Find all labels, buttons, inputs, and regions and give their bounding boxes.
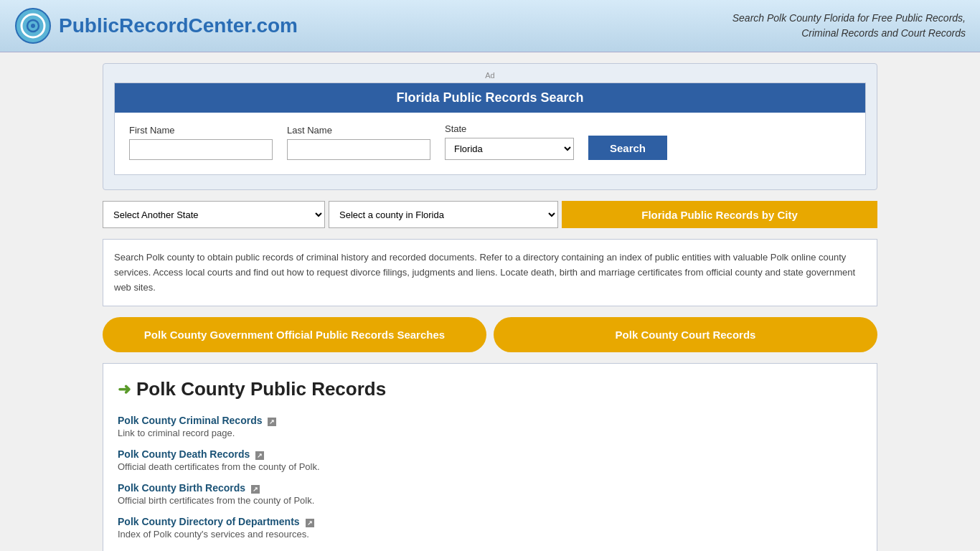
- search-form-body: First Name Last Name State Florida Searc…: [115, 113, 865, 174]
- county-dropdown[interactable]: Select a county in Florida: [329, 201, 558, 228]
- external-link-icon: ↗: [306, 519, 314, 527]
- description-text: Search Polk county to obtain public reco…: [114, 250, 866, 295]
- section-title: ➜ Polk County Public Records: [118, 378, 862, 400]
- search-form-header: Florida Public Records Search: [115, 83, 865, 113]
- records-link[interactable]: Polk County Death Records ↗: [118, 448, 264, 460]
- search-form-box: Florida Public Records Search First Name…: [114, 83, 866, 175]
- records-desc: Official birth certificates from the cou…: [118, 495, 862, 506]
- state-select-form[interactable]: Florida: [445, 138, 574, 160]
- records-desc: Index of Polk county's services and reso…: [118, 529, 862, 540]
- city-records-button[interactable]: Florida Public Records by City: [562, 201, 877, 228]
- search-button[interactable]: Search: [588, 136, 667, 160]
- site-header: PublicRecordCenter.com Search Polk Count…: [0, 0, 980, 52]
- state-group: State Florida: [445, 123, 574, 160]
- records-desc: Official death certificates from the cou…: [118, 461, 862, 472]
- ad-box: Ad Florida Public Records Search First N…: [103, 63, 877, 190]
- ad-label: Ad: [114, 71, 866, 80]
- government-records-button[interactable]: Polk County Government Official Public R…: [103, 317, 486, 352]
- list-item: Polk County Directory of Departments ↗ I…: [118, 516, 862, 540]
- list-item: Polk County Birth Records ↗ Official bir…: [118, 482, 862, 506]
- dropdowns-row: Select Another State Select a county in …: [103, 201, 877, 228]
- last-name-group: Last Name: [287, 125, 430, 160]
- records-desc: Link to criminal record page.: [118, 428, 862, 438]
- action-buttons: Polk County Government Official Public R…: [103, 317, 877, 352]
- records-list: Polk County Criminal Records ↗ Link to c…: [118, 415, 862, 551]
- svg-point-3: [31, 24, 35, 28]
- external-link-icon: ↗: [251, 485, 260, 494]
- arrow-icon: ➜: [118, 380, 131, 399]
- logo-text: PublicRecordCenter.com: [59, 14, 298, 37]
- external-link-icon: ↗: [255, 451, 264, 460]
- main-container: Ad Florida Public Records Search First N…: [95, 63, 885, 551]
- records-link[interactable]: Polk County Criminal Records ↗: [118, 415, 276, 426]
- last-name-label: Last Name: [287, 125, 430, 136]
- records-link[interactable]: Polk County Directory of Departments ↗: [118, 516, 314, 527]
- form-row: First Name Last Name State Florida Searc…: [129, 123, 851, 160]
- records-link[interactable]: Polk County Birth Records ↗: [118, 482, 260, 494]
- list-item: Polk County Criminal Records ↗ Link to c…: [118, 415, 862, 438]
- state-dropdown[interactable]: Select Another State: [103, 201, 325, 228]
- last-name-input[interactable]: [287, 139, 430, 160]
- logo-icon: [14, 7, 52, 44]
- list-item: Polk County Death Records ↗ Official dea…: [118, 448, 862, 472]
- first-name-input[interactable]: [129, 139, 273, 160]
- header-tagline: Search Polk County Florida for Free Publ…: [732, 11, 966, 41]
- state-label: State: [445, 123, 574, 134]
- section-title-text: Polk County Public Records: [136, 378, 386, 400]
- first-name-label: First Name: [129, 125, 273, 136]
- court-records-button[interactable]: Polk County Court Records: [494, 317, 877, 352]
- first-name-group: First Name: [129, 125, 273, 160]
- description-box: Search Polk county to obtain public reco…: [103, 239, 877, 306]
- external-link-icon: ↗: [268, 418, 276, 426]
- content-section: ➜ Polk County Public Records Polk County…: [103, 363, 877, 551]
- logo-area: PublicRecordCenter.com: [14, 7, 298, 44]
